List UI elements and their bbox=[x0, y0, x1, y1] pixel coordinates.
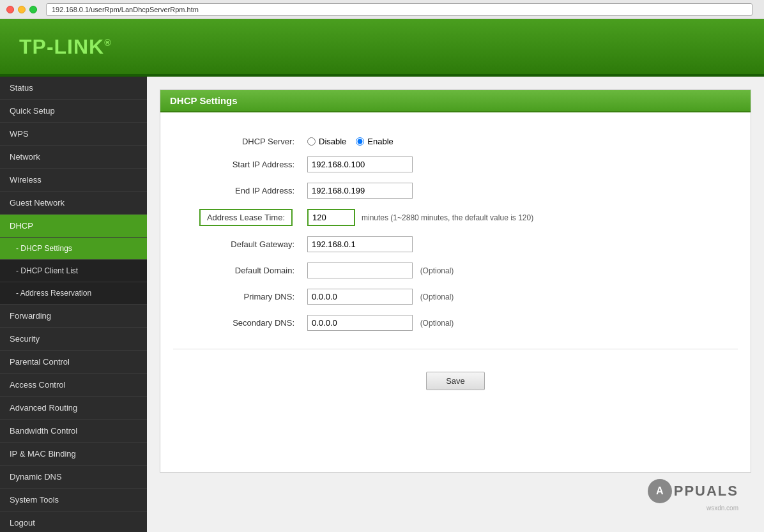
sidebar-item-status[interactable]: Status bbox=[0, 77, 147, 100]
sidebar-item-address-reservation[interactable]: - Address Reservation bbox=[0, 282, 147, 305]
sidebar-item-quick-setup[interactable]: Quick Setup bbox=[0, 100, 147, 123]
save-section: Save bbox=[173, 362, 738, 403]
settings-body: DHCP Server: Disable Enable bbox=[160, 112, 751, 422]
sidebar: Status Quick Setup WPS Network Wireless … bbox=[0, 77, 147, 532]
default-gateway-row: Default Gateway: bbox=[173, 231, 738, 257]
sidebar-item-dynamic-dns[interactable]: Dynamic DNS bbox=[0, 466, 147, 489]
primary-dns-label: Primary DNS: bbox=[173, 284, 301, 310]
enable-option[interactable]: Enable bbox=[356, 137, 393, 146]
end-ip-label: End IP Address: bbox=[173, 178, 301, 204]
sidebar-item-network[interactable]: Network bbox=[0, 146, 147, 169]
appuals-area: A PPUALS wsxdn.com bbox=[160, 473, 751, 515]
end-ip-row: End IP Address: bbox=[173, 178, 738, 204]
sidebar-item-wireless[interactable]: Wireless bbox=[0, 169, 147, 192]
default-domain-row: Default Domain: (Optional) bbox=[173, 257, 738, 284]
lease-time-input[interactable] bbox=[307, 209, 355, 226]
dhcp-form: DHCP Server: Disable Enable bbox=[173, 132, 738, 336]
end-ip-value-cell bbox=[301, 178, 738, 204]
lease-time-value-cell: minutes (1~2880 minutes, the default val… bbox=[301, 204, 738, 231]
default-gateway-value-cell bbox=[301, 231, 738, 257]
browser-chrome bbox=[0, 0, 764, 19]
lease-time-row: Address Lease Time: minutes (1~2880 minu… bbox=[173, 204, 738, 231]
close-btn[interactable] bbox=[6, 6, 14, 13]
min-btn[interactable] bbox=[18, 6, 26, 13]
sidebar-item-system-tools[interactable]: System Tools bbox=[0, 489, 147, 512]
secondary-dns-value-cell: (Optional) bbox=[301, 310, 738, 336]
primary-dns-value-cell: (Optional) bbox=[301, 284, 738, 310]
appuals-logo-text: PPUALS bbox=[674, 483, 738, 499]
start-ip-row: Start IP Address: bbox=[173, 151, 738, 178]
content-area: DHCP Settings DHCP Server: Disabl bbox=[147, 77, 764, 532]
primary-dns-optional: (Optional) bbox=[420, 293, 454, 301]
sidebar-item-dhcp[interactable]: DHCP bbox=[0, 215, 147, 238]
sidebar-item-ip-mac-binding[interactable]: IP & MAC Binding bbox=[0, 443, 147, 466]
enable-label: Enable bbox=[367, 137, 393, 146]
enable-radio[interactable] bbox=[356, 137, 364, 146]
save-button[interactable]: Save bbox=[426, 372, 485, 390]
sidebar-item-advanced-routing[interactable]: Advanced Routing bbox=[0, 397, 147, 420]
secondary-dns-row: Secondary DNS: (Optional) bbox=[173, 310, 738, 336]
max-btn[interactable] bbox=[29, 6, 37, 13]
sidebar-item-guest-network[interactable]: Guest Network bbox=[0, 192, 147, 215]
start-ip-input[interactable] bbox=[307, 156, 413, 172]
form-divider bbox=[173, 349, 738, 349]
sidebar-item-security[interactable]: Security bbox=[0, 328, 147, 351]
main-layout: Status Quick Setup WPS Network Wireless … bbox=[0, 77, 764, 532]
secondary-dns-input[interactable] bbox=[307, 315, 413, 331]
primary-dns-row: Primary DNS: (Optional) bbox=[173, 284, 738, 310]
default-domain-input[interactable] bbox=[307, 262, 413, 278]
sidebar-item-access-control[interactable]: Access Control bbox=[0, 374, 147, 397]
default-domain-label: Default Domain: bbox=[173, 257, 301, 284]
appuals-watermark: A PPUALS wsxdn.com bbox=[648, 479, 738, 512]
primary-dns-input[interactable] bbox=[307, 289, 413, 305]
settings-header: DHCP Settings bbox=[160, 90, 751, 112]
default-domain-value-cell: (Optional) bbox=[301, 257, 738, 284]
dhcp-server-label: DHCP Server: bbox=[173, 132, 301, 151]
secondary-dns-label: Secondary DNS: bbox=[173, 310, 301, 336]
default-domain-optional: (Optional) bbox=[420, 266, 454, 275]
disable-label: Disable bbox=[319, 137, 346, 146]
wsxdn-text: wsxdn.com bbox=[648, 505, 738, 512]
sidebar-item-bandwidth-control[interactable]: Bandwidth Control bbox=[0, 420, 147, 443]
default-gateway-input[interactable] bbox=[307, 236, 413, 252]
disable-option[interactable]: Disable bbox=[307, 137, 346, 146]
address-bar[interactable] bbox=[46, 3, 753, 16]
lease-time-label: Address Lease Time: bbox=[199, 209, 293, 226]
default-gateway-label: Default Gateway: bbox=[173, 231, 301, 257]
dhcp-server-row: DHCP Server: Disable Enable bbox=[173, 132, 738, 151]
start-ip-label: Start IP Address: bbox=[173, 151, 301, 178]
sidebar-item-logout[interactable]: Logout bbox=[0, 512, 147, 532]
logo: TP-LINK® bbox=[19, 35, 112, 59]
disable-radio[interactable] bbox=[307, 137, 316, 146]
start-ip-value-cell bbox=[301, 151, 738, 178]
sidebar-item-wps[interactable]: WPS bbox=[0, 123, 147, 146]
appuals-icon: A bbox=[648, 479, 672, 503]
settings-panel: DHCP Settings DHCP Server: Disabl bbox=[160, 89, 751, 473]
lease-time-label-cell: Address Lease Time: bbox=[173, 204, 301, 231]
sidebar-item-dhcp-settings[interactable]: - DHCP Settings bbox=[0, 238, 147, 260]
secondary-dns-optional: (Optional) bbox=[420, 319, 454, 328]
sidebar-item-parental-control[interactable]: Parental Control bbox=[0, 351, 147, 374]
end-ip-input[interactable] bbox=[307, 183, 413, 199]
sidebar-item-dhcp-client-list[interactable]: - DHCP Client List bbox=[0, 260, 147, 282]
page-title: DHCP Settings bbox=[170, 95, 238, 106]
lease-time-wrapper: minutes (1~2880 minutes, the default val… bbox=[307, 209, 731, 226]
sidebar-item-forwarding[interactable]: Forwarding bbox=[0, 305, 147, 328]
lease-time-hint: minutes (1~2880 minutes, the default val… bbox=[362, 213, 533, 222]
header: TP-LINK® bbox=[0, 19, 764, 77]
dhcp-server-radio-group: Disable Enable bbox=[307, 137, 731, 146]
dhcp-server-value: Disable Enable bbox=[301, 132, 738, 151]
